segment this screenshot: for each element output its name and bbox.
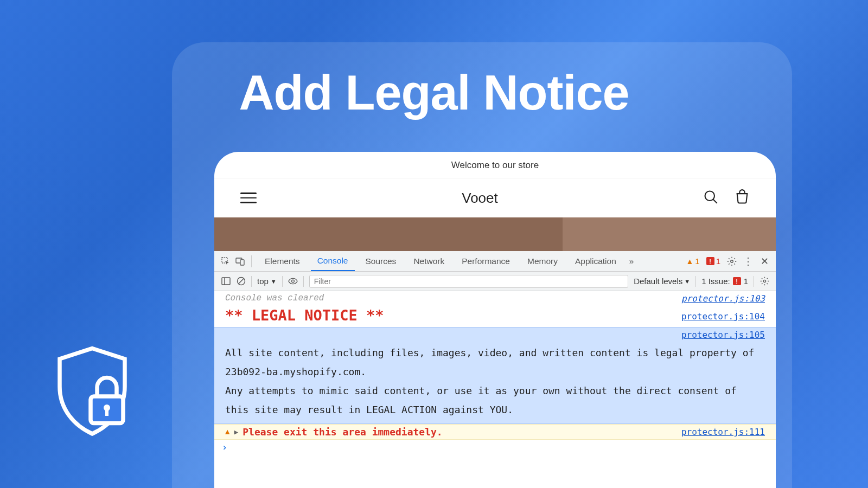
- log-row-info: protector.js:105 All site content, inclu…: [214, 327, 776, 424]
- tab-performance[interactable]: Performance: [455, 252, 516, 271]
- kebab-menu-icon[interactable]: ⋮: [743, 256, 753, 266]
- issues-indicator[interactable]: 1 Issue: ! 1: [701, 277, 748, 286]
- sidebar-toggle-icon[interactable]: [221, 277, 231, 286]
- filter-input[interactable]: [309, 275, 628, 288]
- legal-notice-body-2: Any attempts to mimic said content, or u…: [225, 381, 765, 419]
- chevron-down-icon: ▼: [684, 278, 690, 285]
- clear-console-icon[interactable]: [236, 277, 246, 286]
- devtools-tabs: Elements Console Sources Network Perform…: [214, 251, 776, 272]
- announcement-bar: Welcome to our store: [214, 152, 776, 178]
- log-row-warning: ▲ ▶ Please exit this area immediately. p…: [214, 424, 776, 440]
- svg-line-4: [713, 200, 717, 203]
- svg-point-8: [731, 260, 733, 262]
- tab-memory[interactable]: Memory: [521, 252, 564, 271]
- device-toggle-icon[interactable]: [235, 256, 245, 266]
- tab-sources[interactable]: Sources: [359, 252, 403, 271]
- legal-notice-heading: ** LEGAL NOTICE **: [225, 306, 395, 327]
- svg-rect-2: [105, 408, 108, 416]
- svg-rect-9: [222, 278, 230, 285]
- tab-application[interactable]: Application: [569, 252, 623, 271]
- warning-triangle-icon: ▲: [225, 428, 229, 436]
- shield-lock-icon: [52, 344, 133, 436]
- log-row-cleared: Console was cleared protector.js:103: [214, 291, 776, 306]
- tab-console[interactable]: Console: [311, 252, 355, 271]
- console-prompt[interactable]: ›: [214, 440, 776, 455]
- warning-message: Please exit this area immediately.: [242, 426, 677, 438]
- store-name: Vooet: [462, 190, 498, 207]
- log-row-legal-heading: ** LEGAL NOTICE ** protector.js:104: [214, 306, 776, 327]
- source-link[interactable]: protector.js:104: [681, 311, 765, 322]
- svg-rect-7: [240, 260, 244, 265]
- svg-line-12: [239, 279, 244, 284]
- source-link[interactable]: protector.js:105: [225, 330, 765, 340]
- expand-caret-icon[interactable]: ▶: [234, 428, 238, 436]
- source-link[interactable]: protector.js:111: [681, 427, 765, 437]
- console-body: Console was cleared protector.js:103 ** …: [214, 291, 776, 488]
- tab-elements[interactable]: Elements: [258, 252, 307, 271]
- hero-title: Add Legal Notice: [0, 65, 868, 121]
- tab-network[interactable]: Network: [407, 252, 451, 271]
- store-hero-image: [214, 217, 776, 251]
- tabs-overflow-icon[interactable]: »: [627, 252, 636, 271]
- cart-icon[interactable]: [735, 189, 750, 207]
- context-selector[interactable]: top ▼: [257, 277, 277, 286]
- console-settings-gear-icon[interactable]: [760, 277, 769, 286]
- store-header: Vooet: [214, 178, 776, 217]
- warnings-badge[interactable]: ▲1: [686, 256, 699, 266]
- chevron-down-icon: ▼: [271, 278, 277, 285]
- log-message: Console was cleared: [225, 293, 324, 303]
- close-icon[interactable]: ✕: [760, 256, 769, 266]
- live-expression-icon[interactable]: [288, 277, 298, 286]
- devtools-panel: Elements Console Sources Network Perform…: [214, 251, 776, 488]
- hamburger-menu-icon[interactable]: [240, 192, 257, 203]
- console-toolbar: top ▼ Default levels ▼ 1 Issue: ! 1: [214, 272, 776, 291]
- search-icon[interactable]: [703, 189, 718, 207]
- inspect-icon[interactable]: [221, 256, 231, 266]
- svg-point-14: [763, 280, 765, 282]
- svg-point-3: [705, 191, 714, 201]
- svg-point-13: [291, 280, 294, 282]
- log-levels-selector[interactable]: Default levels ▼: [634, 277, 690, 286]
- settings-gear-icon[interactable]: [727, 256, 737, 266]
- errors-badge[interactable]: !1: [706, 256, 720, 266]
- legal-notice-body-1: All site content, including files, image…: [225, 343, 765, 381]
- source-link[interactable]: protector.js:103: [681, 293, 765, 304]
- browser-mockup: Welcome to our store Vooet: [214, 152, 776, 488]
